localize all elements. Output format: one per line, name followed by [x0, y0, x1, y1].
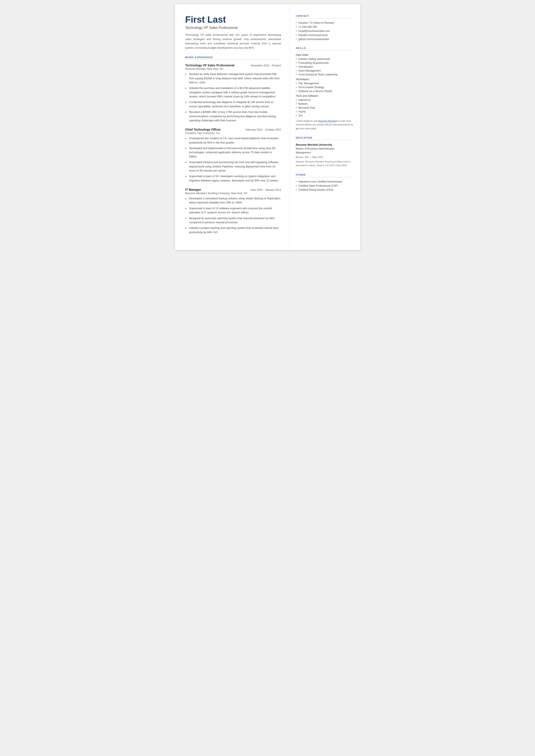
- other-section: OTHER Salesforce.com Certified Administr…: [296, 174, 353, 191]
- list-item: Salesforce.com Certified Administrator.: [296, 180, 353, 183]
- list-item: Certified Ethical Hacker (CEH).: [296, 188, 353, 191]
- list-item: Jira: [296, 114, 353, 117]
- skills-title: SKILLS: [296, 47, 353, 50]
- job-title-1: Technology VP Sales Professional: [185, 64, 235, 67]
- job-dates-3: June 2010 – January 2013: [250, 188, 281, 191]
- promo-note: • Don't forget to use Resume Worded to s…: [296, 119, 353, 130]
- techniques-list: P&L Management Go-to-market Strategy Sof…: [296, 82, 353, 93]
- edu-school: Resume Worded University: [296, 143, 353, 146]
- job-company-3: Resume Worded's Exciting Company, New Yo…: [185, 192, 281, 195]
- list-item: Revoked a $400M offer to buy 175K access…: [185, 110, 281, 123]
- list-item: email@resumeworded.com: [296, 30, 353, 33]
- edu-degree-text: Master of Business Administration: [296, 147, 335, 150]
- list-item: Devised an early fraud detection managem…: [185, 72, 281, 85]
- contact-section: CONTACT Houston, TX (Open to Remote) +1-…: [296, 14, 353, 41]
- work-experience-title: WORK EXPERIENCE: [185, 56, 281, 60]
- job-company-1: Resume Worded, New York, NY: [185, 68, 281, 70]
- job-dates-1: November 2015 – Present: [251, 64, 281, 67]
- other-title: OTHER: [296, 174, 353, 177]
- education-title: EDUCATION: [296, 136, 353, 140]
- job-title-2: Chief Technology Officer: [185, 128, 221, 131]
- job-header-1: Technology VP Sales Professional Novembe…: [185, 64, 281, 67]
- tools-label: Tools and Software:: [296, 95, 353, 98]
- list-item: Software as a Service (SaaS): [296, 90, 353, 93]
- job-bullets-1: Devised an early fraud detection managem…: [185, 72, 281, 123]
- job-bullets-3: Developed a centralized backup solution …: [185, 197, 281, 235]
- list-item: Microsoft Visio: [296, 106, 353, 109]
- job-dates-2: February 2013 – October 2015: [246, 128, 281, 131]
- list-item: Automated infrastructure provisioning vi…: [185, 160, 281, 173]
- job-header-3: IT Manager June 2010 – January 2013: [185, 188, 281, 191]
- list-item: Supervised a team of 32+ developers work…: [185, 174, 281, 183]
- work-experience-section: WORK EXPERIENCE Technology VP Sales Prof…: [185, 56, 281, 235]
- job-block-3: IT Manager June 2010 – January 2013 Resu…: [185, 188, 281, 235]
- list-item: Forecasting (Experienced): [296, 61, 353, 65]
- contact-title: CONTACT: [296, 14, 353, 18]
- list-item: Championed the creation of 13+ new cloud…: [185, 136, 281, 145]
- list-item: P&L Management: [296, 82, 353, 85]
- list-item: +1-234-456-789: [296, 25, 353, 28]
- list-item: Houston, TX (Open to Remote): [296, 21, 353, 24]
- list-item: Initiated the purchase and installation …: [185, 86, 281, 99]
- list-item: Solution Selling (Advanced): [296, 58, 353, 61]
- right-column: CONTACT Houston, TX (Open to Remote) +1-…: [290, 4, 360, 250]
- edu-degree: Master of Business Administration Manage…: [296, 147, 353, 154]
- job-bullets-2: Championed the creation of 13+ new cloud…: [185, 136, 281, 183]
- job-block-2: Chief Technology Officer February 2013 –…: [185, 128, 281, 183]
- left-column: First Last Technology VP Sales Professio…: [175, 4, 290, 250]
- list-item: Asana: [296, 110, 353, 113]
- job-title: Technology VP Sales Professional: [185, 26, 281, 30]
- job-company-2: Growthsi, San Francisco, CA: [185, 132, 281, 135]
- list-item: Supervised a team of 13 software enginee…: [185, 207, 281, 215]
- edu-awards: Awards: Resume Worded Teaching Fellow (o…: [296, 160, 353, 167]
- list-item: Salesforce: [296, 98, 353, 101]
- hard-skills-label: Hard Skills:: [296, 53, 353, 56]
- contact-list: Houston, TX (Open to Remote) +1-234-456-…: [296, 21, 353, 41]
- list-item: Marketo: [296, 102, 353, 105]
- skills-section: SKILLS Hard Skills: Solution Selling (Ad…: [296, 47, 353, 130]
- list-item: Go-to-market Strategy: [296, 86, 353, 89]
- techniques-label: Techniques:: [296, 78, 353, 81]
- list-item: github.com/resumeworded: [296, 38, 353, 41]
- edu-location-date: Boston, MA — May 2010: [296, 155, 353, 159]
- education-section: EDUCATION Resume Worded University Maste…: [296, 136, 353, 167]
- list-item: linkedin.com/in/username: [296, 34, 353, 37]
- list-item: Cross-functional Team Leadership: [296, 73, 353, 76]
- list-item: Certified Sales Professional (CSP).: [296, 184, 353, 187]
- resume-page: First Last Technology VP Sales Professio…: [175, 4, 360, 250]
- job-title-3: IT Manager: [185, 188, 201, 191]
- list-item: Designed an automatic patching system th…: [185, 216, 281, 225]
- hard-skills-list: Solution Selling (Advanced) Forecasting …: [296, 58, 353, 76]
- resume-worded-link[interactable]: Resume Worded: [318, 120, 337, 122]
- list-item: Sales Management: [296, 69, 353, 72]
- other-list: Salesforce.com Certified Administrator. …: [296, 180, 353, 191]
- list-item: Virtualization: [296, 65, 353, 68]
- list-item: Conducted technology due diligence to in…: [185, 100, 281, 109]
- list-item: Developed a centralized backup solution …: [185, 197, 281, 205]
- job-block-1: Technology VP Sales Professional Novembe…: [185, 64, 281, 123]
- edu-field: Management: [296, 151, 311, 154]
- name: First Last: [185, 14, 281, 25]
- list-item: Initiated a project tracking and reporti…: [185, 226, 281, 235]
- list-item: Developed and implemented a microservice…: [185, 146, 281, 159]
- job-header-2: Chief Technology Officer February 2013 –…: [185, 128, 281, 131]
- tools-list: Salesforce Marketo Microsoft Visio Asana…: [296, 98, 353, 117]
- summary: Technology VP sales professional with 10…: [185, 33, 281, 50]
